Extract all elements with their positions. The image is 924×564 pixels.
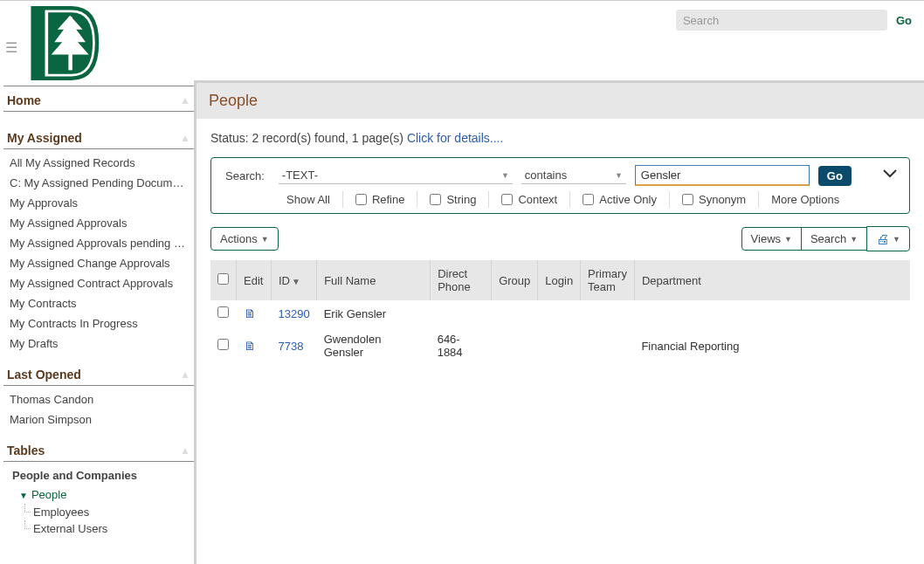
sidebar-title: My Assigned [7, 131, 82, 145]
refine-option[interactable]: Refine [343, 191, 418, 208]
sidebar-title: Home [7, 93, 41, 107]
sidebar-item[interactable]: My Assigned Approvals pending 3... [3, 233, 194, 253]
sidebar-item[interactable]: Marion Simpson [3, 409, 194, 430]
synonym-checkbox[interactable] [682, 194, 693, 205]
cell-primary-team [581, 300, 635, 327]
tree-leaf-external-users[interactable]: External Users [3, 520, 194, 537]
hamburger-icon[interactable]: ☰ [5, 39, 17, 56]
search-value-input[interactable] [635, 165, 810, 186]
page-title: People [197, 83, 924, 119]
status-details-link[interactable]: Click for details.... [407, 131, 503, 145]
cell-direct-phone: 646-1884 [431, 327, 492, 365]
th-primary-team[interactable]: Primary Team [581, 260, 635, 300]
th-direct-phone[interactable]: Direct Phone [431, 260, 492, 300]
print-icon: 🖨 [876, 231, 889, 246]
id-link[interactable]: 13290 [279, 307, 310, 320]
toolbar-left: Actions▼ [210, 227, 279, 251]
results-table: Edit ID▼ Full Name Direct Phone Group Lo… [210, 260, 910, 365]
cell-group [492, 327, 538, 365]
search-row-main: Search: -TEXT- ▼ contains ▼ Go [222, 165, 899, 186]
string-checkbox[interactable] [430, 194, 441, 205]
th-id[interactable]: ID▼ [272, 260, 317, 300]
btn-label: Views [751, 232, 781, 245]
show-all-link[interactable]: Show All [274, 191, 343, 208]
th-label: ID [279, 274, 290, 287]
sidebar-item[interactable]: C: My Assigned Pending Documen... [3, 173, 194, 193]
th-login[interactable]: Login [538, 260, 581, 300]
search-operator-value: contains [525, 169, 567, 182]
opt-label: More Options [771, 193, 839, 206]
tree-leaf-employees[interactable]: Employees [3, 504, 194, 520]
th-full-name[interactable]: Full Name [317, 260, 431, 300]
global-search-input[interactable] [676, 10, 887, 31]
sidebar-items-my-assigned: All My Assigned Records C: My Assigned P… [3, 149, 194, 361]
cell-login [538, 327, 581, 365]
string-option[interactable]: String [417, 191, 489, 208]
opt-label: Active Only [599, 193, 657, 206]
global-search: Go [676, 10, 912, 31]
search-field-select[interactable]: -TEXT- ▼ [279, 167, 513, 184]
global-search-go[interactable]: Go [896, 14, 912, 27]
sidebar-item[interactable]: My Contracts In Progress [3, 313, 194, 334]
search-dropdown-button[interactable]: Search▼ [801, 227, 867, 251]
more-options-link[interactable]: More Options [759, 191, 852, 208]
sidebar-item[interactable]: My Drafts [3, 334, 194, 354]
search-operator-select[interactable]: contains ▼ [521, 167, 626, 184]
search-row-options: Show All Refine String Context Active On… [222, 191, 899, 208]
sidebar-header-tables[interactable]: Tables ▲ [3, 437, 194, 462]
tree-root[interactable]: People and Companies [3, 465, 194, 485]
tree-node-people[interactable]: ▼People [3, 485, 194, 504]
cell-department [634, 300, 910, 327]
search-field-value: -TEXT- [282, 169, 318, 182]
actions-button[interactable]: Actions▼ [210, 227, 279, 251]
cell-login [538, 300, 581, 327]
sidebar-title: Last Opened [7, 368, 81, 382]
sidebar-item[interactable]: Thomas Candon [3, 389, 194, 409]
sidebar-header-last-opened[interactable]: Last Opened ▲ [3, 361, 194, 386]
select-all-checkbox[interactable] [217, 273, 229, 285]
th-select-all[interactable] [210, 260, 237, 300]
sidebar-item[interactable]: My Contracts [3, 293, 194, 313]
print-button[interactable]: 🖨▼ [866, 226, 910, 251]
id-link[interactable]: 7738 [279, 340, 304, 353]
sidebar-items-last-opened: Thomas Candon Marion Simpson [3, 386, 194, 437]
caret-down-icon: ▼ [615, 171, 623, 180]
tree-node-label: People [31, 488, 66, 501]
th-edit[interactable]: Edit [237, 260, 272, 300]
expand-search-icon[interactable] [883, 167, 897, 181]
main-area: People Status: 2 record(s) found, 1 page… [194, 80, 924, 564]
sidebar-item[interactable]: My Assigned Change Approvals [3, 253, 194, 273]
sidebar-header-home[interactable]: Home ▲ [3, 86, 194, 112]
sidebar-item[interactable]: My Approvals [3, 193, 194, 213]
table-row: 🗎 13290 Erik Gensler [210, 300, 910, 327]
top-bar: ☰ Go [0, 0, 924, 80]
synonym-option[interactable]: Synonym [670, 191, 759, 208]
views-button[interactable]: Views▼ [741, 227, 802, 251]
opt-label: Refine [372, 193, 405, 206]
th-department[interactable]: Department [634, 260, 910, 300]
context-option[interactable]: Context [489, 191, 570, 208]
toolbar-right: Views▼ Search▼ 🖨▼ [742, 226, 910, 251]
edit-icon[interactable]: 🗎 [244, 339, 256, 353]
toolbar: Actions▼ Views▼ Search▼ 🖨▼ [210, 226, 910, 251]
content: Status: 2 record(s) found, 1 page(s) Cli… [197, 119, 924, 377]
sidebar-item[interactable]: All My Assigned Records [3, 153, 194, 173]
row-checkbox[interactable] [217, 339, 229, 350]
th-group[interactable]: Group [492, 260, 538, 300]
context-checkbox[interactable] [501, 194, 513, 205]
status-text: Status: 2 record(s) found, 1 page(s) [210, 131, 407, 145]
active-only-checkbox[interactable] [583, 194, 594, 205]
sidebar-item[interactable]: My Assigned Approvals [3, 213, 194, 233]
opt-label: Context [518, 193, 557, 206]
row-checkbox[interactable] [217, 306, 229, 318]
edit-icon[interactable]: 🗎 [244, 306, 256, 320]
search-panel: Search: -TEXT- ▼ contains ▼ Go Show All … [210, 157, 910, 214]
active-only-option[interactable]: Active Only [570, 191, 670, 208]
caret-down-icon: ▼ [893, 235, 900, 244]
chevron-up-icon: ▲ [180, 444, 190, 457]
refine-checkbox[interactable] [355, 194, 367, 205]
sidebar-item[interactable]: My Assigned Contract Approvals [3, 273, 194, 293]
sidebar-header-my-assigned[interactable]: My Assigned ▲ [3, 124, 194, 149]
caret-down-icon: ▼ [19, 491, 28, 500]
search-go-button[interactable]: Go [818, 166, 852, 186]
